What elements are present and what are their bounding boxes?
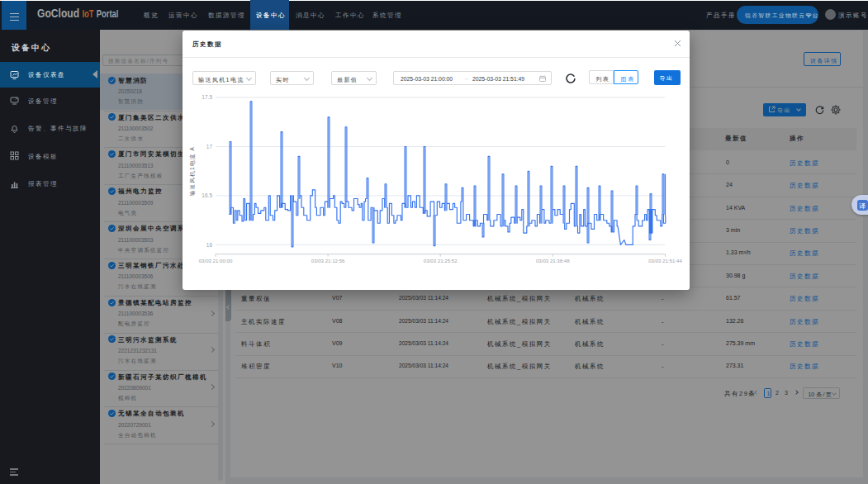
svg-text:03/03 21:12:56: 03/03 21:12:56 xyxy=(311,258,345,263)
svg-text:03/03 21:38:48: 03/03 21:38:48 xyxy=(536,258,570,263)
svg-text:17.5: 17.5 xyxy=(202,94,212,100)
svg-text:17: 17 xyxy=(206,144,213,149)
svg-text:16.5: 16.5 xyxy=(202,192,212,198)
svg-text:03/03 21:25:52: 03/03 21:25:52 xyxy=(424,258,458,263)
svg-text:16: 16 xyxy=(206,242,213,248)
svg-text:输送风机1电流 A: 输送风机1电流 A xyxy=(189,146,196,196)
svg-text:03/03 21:00:00: 03/03 21:00:00 xyxy=(199,258,233,263)
svg-text:03/03 21:51:44: 03/03 21:51:44 xyxy=(648,258,682,263)
